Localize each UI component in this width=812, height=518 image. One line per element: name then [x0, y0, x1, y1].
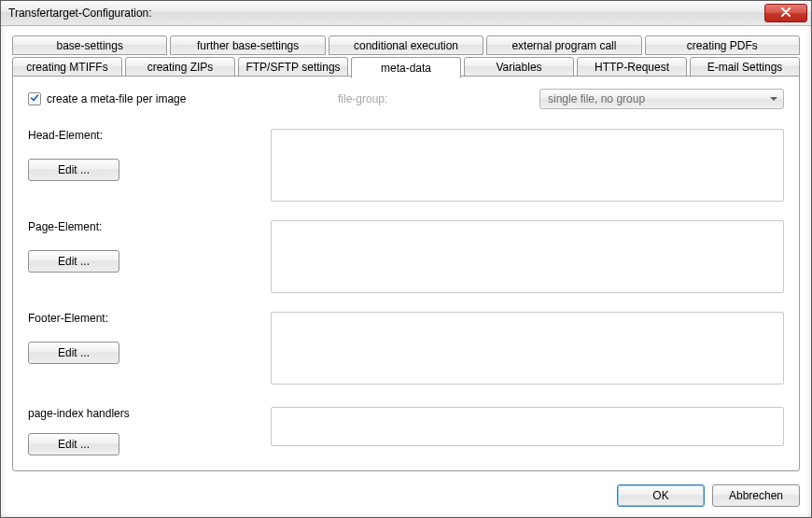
- tab-creating-pdfs[interactable]: creating PDFs: [645, 35, 800, 55]
- page-element-label: Page-Element:: [28, 220, 256, 233]
- tab-label: meta-data: [381, 62, 431, 75]
- content-area: base-settings further base-settings cond…: [1, 26, 811, 481]
- button-label: Abbrechen: [729, 489, 783, 502]
- section-page-index-handlers: page-index handlers Edit ...: [28, 407, 784, 455]
- chevron-down-icon: [770, 97, 777, 101]
- combo-value: single file, no group: [548, 92, 645, 105]
- window-title: Transfertarget-Configuration:: [8, 7, 152, 20]
- close-button[interactable]: [764, 4, 807, 22]
- tab-variables[interactable]: Variables: [464, 57, 574, 77]
- file-group-combo[interactable]: single file, no group: [539, 89, 784, 109]
- cancel-button[interactable]: Abbrechen: [712, 484, 800, 507]
- tab-label: base-settings: [57, 39, 123, 52]
- tab-label: creating MTIFFs: [26, 61, 107, 74]
- tab-creating-mtiffs[interactable]: creating MTIFFs: [12, 57, 122, 77]
- tab-conditional-execution[interactable]: conditional execution: [329, 35, 483, 55]
- tab-panel-meta-data: create a meta-file per image file-group:…: [12, 76, 800, 471]
- footer-element-textarea[interactable]: [271, 312, 784, 385]
- tab-label: HTTP-Request: [595, 61, 669, 74]
- dialog-footer: OK Abbrechen: [1, 481, 811, 517]
- footer-element-label: Footer-Element:: [28, 312, 256, 325]
- file-group-label: file-group:: [186, 92, 539, 105]
- section-footer-element: Footer-Element: Edit ...: [28, 312, 784, 385]
- head-element-textarea[interactable]: [271, 129, 784, 202]
- checkbox-label: create a meta-file per image: [47, 92, 186, 105]
- titlebar: Transfertarget-Configuration:: [1, 1, 811, 26]
- tab-further-base-settings[interactable]: further base-settings: [170, 35, 325, 55]
- section-page-element: Page-Element: Edit ...: [28, 220, 784, 293]
- tab-label: external program call: [511, 39, 616, 52]
- tab-label: FTP/SFTP settings: [245, 61, 340, 74]
- section-head-element: Head-Element: Edit ...: [28, 129, 784, 202]
- tab-label: further base-settings: [197, 39, 299, 52]
- head-element-label: Head-Element:: [28, 129, 256, 142]
- tab-email-settings[interactable]: E-mail Settings: [690, 57, 800, 77]
- tab-http-request[interactable]: HTTP-Request: [577, 57, 687, 77]
- tab-ftp-sftp-settings[interactable]: FTP/SFTP settings: [238, 57, 348, 77]
- tab-meta-data[interactable]: meta-data: [351, 57, 461, 78]
- dialog-window: Transfertarget-Configuration: base-setti…: [0, 0, 812, 518]
- tab-label: conditional execution: [354, 39, 458, 52]
- tab-label: E-mail Settings: [707, 61, 783, 74]
- button-label: Edit ...: [58, 255, 90, 268]
- top-row: create a meta-file per image file-group:…: [28, 88, 784, 110]
- button-label: Edit ...: [58, 163, 90, 176]
- button-label: OK: [652, 489, 668, 502]
- close-icon: [781, 7, 791, 20]
- edit-index-button[interactable]: Edit ...: [28, 433, 119, 455]
- page-index-handlers-textarea[interactable]: [271, 407, 784, 446]
- tab-row-2: creating MTIFFs creating ZIPs FTP/SFTP s…: [12, 57, 800, 77]
- check-icon: [30, 92, 39, 105]
- tab-label: creating ZIPs: [147, 61, 214, 74]
- edit-page-button[interactable]: Edit ...: [28, 250, 119, 273]
- tab-creating-zips[interactable]: creating ZIPs: [125, 57, 235, 77]
- page-element-textarea[interactable]: [271, 220, 784, 293]
- tab-label: creating PDFs: [687, 39, 758, 52]
- tab-base-settings[interactable]: base-settings: [12, 35, 167, 55]
- page-index-handlers-label: page-index handlers: [28, 407, 256, 420]
- button-label: Edit ...: [58, 438, 90, 451]
- tab-row-1: base-settings further base-settings cond…: [12, 35, 800, 55]
- checkbox-box[interactable]: [28, 92, 41, 105]
- edit-head-button[interactable]: Edit ...: [28, 159, 119, 181]
- tabs: base-settings further base-settings cond…: [12, 35, 800, 471]
- button-label: Edit ...: [58, 346, 90, 359]
- tab-label: Variables: [496, 61, 541, 74]
- checkbox-create-meta-file[interactable]: create a meta-file per image: [28, 92, 186, 105]
- edit-footer-button[interactable]: Edit ...: [28, 342, 119, 364]
- ok-button[interactable]: OK: [617, 484, 705, 507]
- tab-external-program-call[interactable]: external program call: [486, 35, 641, 55]
